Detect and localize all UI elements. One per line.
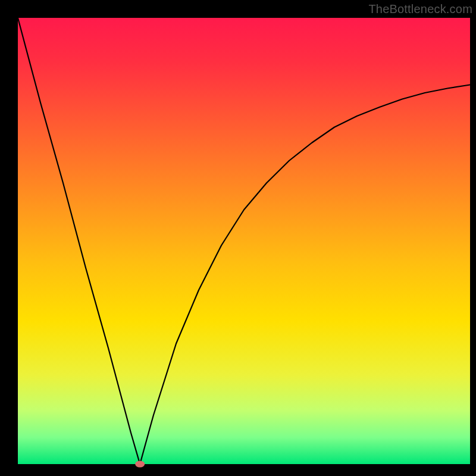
optimum-marker: [135, 461, 145, 468]
chart-frame: TheBottleneck.com: [0, 0, 476, 476]
gradient-background: [18, 18, 470, 464]
watermark-text: TheBottleneck.com: [368, 2, 472, 16]
bottleneck-chart: [0, 0, 476, 476]
